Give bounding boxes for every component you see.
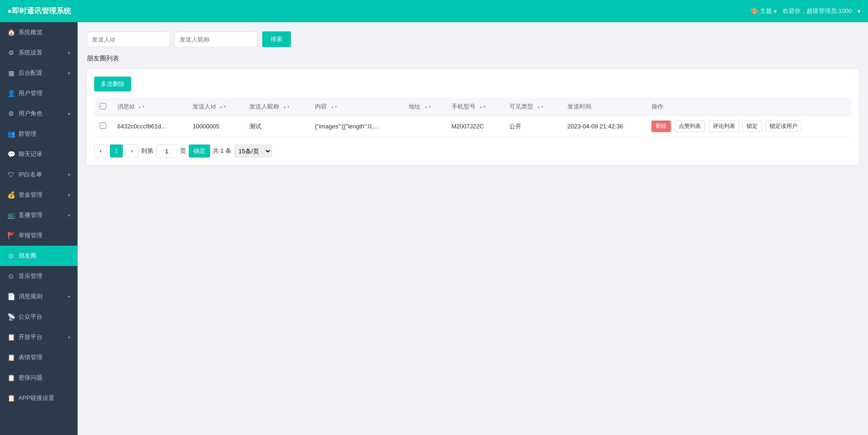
sidebar-item-label: 举报管理 (18, 231, 42, 240)
page-confirm-button[interactable]: 确定 (189, 145, 210, 157)
moments-card: 多选删除 消息Id ▲▼ 发送人Id ▲▼ 发送 (87, 69, 859, 165)
sidebar-item-groups[interactable]: 👥 群管理 (0, 124, 78, 144)
public-icon: 📡 (7, 313, 15, 320)
theme-selector[interactable]: 🎨 主题 ▾ (751, 7, 777, 15)
sidebar: 🏠 系统概览 ⚙ 系统设置 ▾ ▦ 后台配置 ▾ 👤 用户管理 (0, 22, 78, 435)
page-goto-input[interactable] (156, 145, 177, 157)
header-right: 🎨 主题 ▾ 欢迎你，超级管理员:1000 ▾ (751, 7, 861, 15)
msgrule-icon: 📄 (7, 293, 15, 300)
music-icon: ⊙ (7, 272, 15, 280)
chevron-right-icon: ▾ (68, 111, 70, 116)
ip-icon: 🛡 (7, 171, 15, 178)
chevron-right-icon: ▾ (68, 193, 70, 198)
lock-user-button[interactable]: 锁定读用户 (766, 121, 802, 132)
search-button[interactable]: 搜索 (262, 31, 291, 47)
table-header-row: 消息Id ▲▼ 发送人Id ▲▼ 发送人昵称 ▲▼ 内容 ▲▼ 地址 ▲▼ (94, 98, 851, 116)
sidebar-item-label: 资金管理 (18, 191, 42, 199)
sender-id-input[interactable] (87, 31, 170, 47)
sidebar-item-label: 用户角色 (18, 109, 42, 118)
header: ●即时通讯管理系统 🎨 主题 ▾ 欢迎你，超级管理员:1000 ▾ (0, 0, 868, 22)
page-size-select[interactable]: 10条/页 15条/页 20条/页 50条/页 100条/页 (234, 145, 272, 157)
sidebar-item-settings[interactable]: ⚙ 系统设置 ▾ (0, 42, 78, 63)
sidebar-item-label: 朋友圈 (18, 252, 36, 260)
chevron-right-icon: ▾ (68, 213, 70, 218)
sidebar-item-label: 公众平台 (18, 313, 42, 321)
sidebar-item-users[interactable]: 👤 用户管理 (0, 83, 78, 103)
prev-page-button[interactable]: ‹ (94, 145, 107, 157)
multi-delete-button[interactable]: 多选删除 (94, 77, 131, 91)
table-row: 6432c0cccf861d... 10000005 测试 {"images":… (94, 116, 851, 137)
sidebar-item-msgrule[interactable]: 📄 消息规则 ▾ (0, 286, 78, 307)
header-checkbox-cell (94, 98, 112, 116)
sort-icon: ▲▼ (479, 105, 486, 109)
sidebar-item-label: 群管理 (18, 130, 36, 138)
sidebar-item-security[interactable]: 📋 密保问题 (0, 368, 78, 388)
moments-icon: ⊙ (7, 252, 15, 260)
sidebar-item-finance[interactable]: 💰 资金管理 ▾ (0, 185, 78, 205)
sidebar-item-label: 系统概览 (18, 28, 42, 36)
role-icon: ⚙ (7, 110, 15, 117)
sidebar-item-overview[interactable]: 🏠 系统概览 (0, 22, 78, 42)
report-icon: 🚩 (7, 232, 15, 239)
open-icon: 📋 (7, 333, 15, 341)
sidebar-item-label: 密保问题 (18, 374, 42, 382)
likes-button[interactable]: 点赞列表 (675, 121, 705, 132)
sidebar-item-emoji[interactable]: 📋 表情管理 (0, 347, 78, 368)
sidebar-item-moments[interactable]: ⊙ 朋友圈 (0, 246, 78, 266)
cell-sender-id: 10000005 (187, 116, 244, 137)
cell-actions: 删除 点赞列表 评论列表 锁定 锁定读用户 (646, 116, 851, 137)
sidebar-item-report[interactable]: 🚩 举报管理 (0, 225, 78, 246)
sidebar-item-openplatform[interactable]: 📋 开放平台 ▾ (0, 327, 78, 347)
row-checkbox[interactable] (100, 122, 106, 129)
sidebar-item-label: 聊天记录 (18, 150, 42, 158)
sidebar-item-ipwhite[interactable]: 🛡 IP白名单 ▾ (0, 164, 78, 185)
goto-label: 到第 (141, 147, 153, 155)
sidebar-item-label: 用户管理 (18, 89, 42, 97)
section-title: 朋友圈列表 (87, 54, 859, 63)
theme-label: 主题 (760, 7, 772, 15)
select-all-checkbox[interactable] (100, 103, 106, 109)
cell-send-time: 2023-04-09 21:42:36 (562, 116, 646, 137)
lock-button[interactable]: 锁定 (742, 121, 762, 132)
sort-icon: ▲▼ (138, 105, 145, 109)
page-1-button[interactable]: 1 (110, 145, 123, 157)
sidebar-item-label: 后台配置 (18, 69, 42, 77)
sidebar-item-label: APP链接设置 (18, 394, 54, 402)
sidebar-item-music[interactable]: ⊙ 音乐管理 (0, 266, 78, 286)
app-title: ●即时通讯管理系统 (7, 6, 71, 16)
col-send-time: 发送时间 (562, 98, 646, 116)
sidebar-item-live[interactable]: 📺 直播管理 ▾ (0, 205, 78, 225)
sidebar-item-backend[interactable]: ▦ 后台配置 ▾ (0, 63, 78, 83)
app-title-text: ●即时通讯管理系统 (7, 6, 71, 16)
cell-msg-id: 6432c0cccf861d... (112, 116, 187, 137)
moments-table: 消息Id ▲▼ 发送人Id ▲▼ 发送人昵称 ▲▼ 内容 ▲▼ 地址 ▲▼ (94, 98, 851, 137)
sidebar-item-applink[interactable]: 📋 APP链接设置 (0, 388, 78, 408)
comments-button[interactable]: 评论列表 (709, 121, 739, 132)
home-icon: 🏠 (7, 29, 15, 36)
cell-visibility: 公开 (504, 116, 561, 137)
col-content: 内容 ▲▼ (309, 98, 403, 116)
sidebar-item-roles[interactable]: ⚙ 用户角色 ▾ (0, 103, 78, 124)
pagination: ‹ 1 › 到第 页 确定 共 1 条 10条/页 15条/页 20条/页 50… (94, 145, 851, 157)
next-page-button[interactable]: › (126, 145, 139, 157)
page-unit-label: 页 (180, 147, 186, 155)
cell-address (403, 116, 446, 137)
security-icon: 📋 (7, 374, 15, 381)
chat-icon: 💬 (7, 151, 15, 158)
col-msg-id: 消息Id ▲▼ (112, 98, 187, 116)
chevron-right-icon: ▾ (68, 335, 70, 340)
col-visibility: 可见类型 ▲▼ (504, 98, 561, 116)
col-sender-name: 发送人昵称 ▲▼ (244, 98, 309, 116)
welcome-text: 欢迎你，超级管理员:1000 (783, 7, 852, 15)
delete-button[interactable]: 删除 (651, 121, 671, 132)
live-icon: 📺 (7, 211, 15, 219)
finance-icon: 💰 (7, 191, 15, 199)
sort-icon: ▲▼ (424, 105, 432, 109)
emoji-icon: 📋 (7, 354, 15, 361)
chevron-right-icon: ▾ (68, 50, 70, 55)
gear-icon: ⚙ (7, 49, 15, 56)
sidebar-item-public[interactable]: 📡 公众平台 (0, 307, 78, 327)
sidebar-item-chat[interactable]: 💬 聊天记录 (0, 144, 78, 164)
chevron-right-icon: ▾ (68, 172, 70, 177)
sender-name-input[interactable] (175, 31, 258, 47)
